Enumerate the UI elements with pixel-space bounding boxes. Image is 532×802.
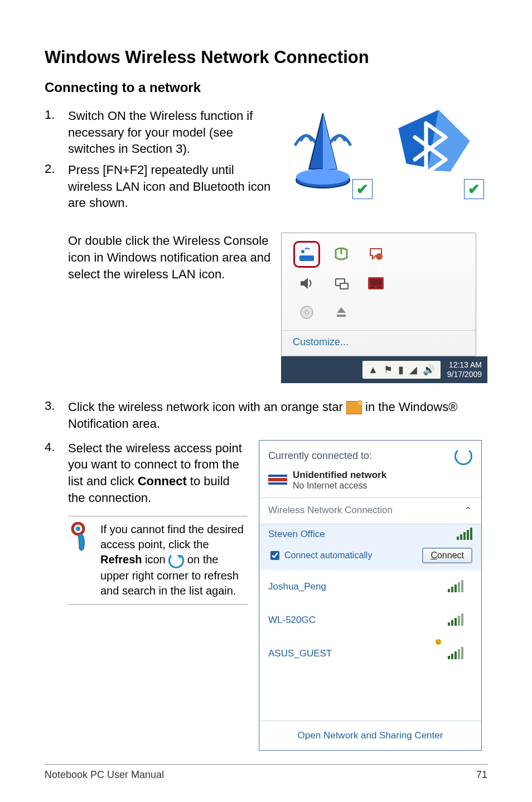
- wireless-console-icon[interactable]: [293, 241, 320, 268]
- connect-auto-checkbox[interactable]: Connect automatically: [268, 549, 372, 562]
- clock-date: 9/17/2009: [447, 370, 482, 379]
- step-4-text: Select the wireless access point you wan…: [68, 440, 248, 506]
- signal-icon: [439, 574, 472, 599]
- network-icon[interactable]: [332, 274, 351, 293]
- network-tray-icon[interactable]: ◢: [409, 364, 417, 376]
- customize-link[interactable]: Customize...: [282, 330, 476, 356]
- current-network-status: No Internet access: [293, 481, 386, 491]
- refresh-button[interactable]: [454, 447, 472, 465]
- network-item-label: ASUS_GUEST: [268, 648, 332, 659]
- volume-icon[interactable]: [297, 274, 316, 293]
- signal-icon: [439, 641, 472, 666]
- taskbar: ▲ ⚑ ▮ ◢ 🔊 12:13 AM 9/17/2009: [281, 356, 487, 383]
- step-3-text: Click the wireless network icon with an …: [68, 399, 487, 432]
- signal-icon: [457, 529, 472, 540]
- wireless-section-label: Wireless Network Connection: [268, 505, 393, 517]
- connect-button[interactable]: Connect: [422, 548, 472, 563]
- footer-title: Notebook PC User Manual: [45, 769, 164, 781]
- step-1-text: Switch ON the Wireless function if neces…: [68, 108, 275, 157]
- network-item-joshua[interactable]: Joshua_Peng: [259, 570, 481, 603]
- wireless-console-text: Or double click the Wireless Console ico…: [45, 233, 281, 383]
- svg-rect-23: [268, 478, 287, 481]
- section-subtitle: Connecting to a network: [45, 80, 487, 95]
- current-network-icon: [268, 472, 287, 488]
- flag-icon[interactable]: ⚑: [384, 364, 393, 376]
- bluetooth-image: ✔: [393, 102, 482, 197]
- step-3-number: 3.: [45, 399, 68, 413]
- tip-text: If you cannot find the desired access po…: [100, 522, 248, 598]
- touchpad-icon[interactable]: [366, 274, 385, 293]
- svg-point-22: [76, 526, 80, 531]
- action-center-icon[interactable]: [366, 245, 385, 264]
- checkmark-icon: ✔: [352, 179, 373, 199]
- page-title: Windows Wireless Network Connection: [45, 47, 487, 67]
- checkmark-icon: ✔: [464, 179, 484, 199]
- svg-point-3: [296, 169, 350, 185]
- step-2-text: Press [FN+F2] repeatedly until wireless …: [68, 162, 275, 211]
- power-icon[interactable]: [332, 245, 351, 264]
- chevron-up-icon[interactable]: ▲: [368, 364, 378, 376]
- svg-marker-19: [337, 307, 346, 313]
- clock-time: 12:13 AM: [447, 360, 482, 370]
- wireless-lan-image: ✔: [281, 102, 370, 197]
- signal-icon: [439, 608, 472, 632]
- disc-icon[interactable]: [297, 303, 316, 322]
- svg-rect-16: [376, 286, 382, 288]
- network-item-label: Steven Office: [268, 529, 325, 540]
- collapse-icon[interactable]: ⌃: [464, 505, 472, 517]
- network-flyout: Currently connected to: Unidentified net…: [259, 440, 482, 751]
- system-tray[interactable]: ▲ ⚑ ▮ ◢ 🔊: [362, 361, 441, 379]
- taskbar-clock[interactable]: 12:13 AM 9/17/2009: [447, 360, 482, 379]
- network-item-wl520gc[interactable]: WL-520GC: [259, 603, 481, 637]
- refresh-icon: [168, 553, 184, 568]
- open-network-center-link[interactable]: Open Network and Sharing Center: [259, 721, 481, 750]
- svg-point-18: [305, 311, 308, 314]
- svg-rect-15: [370, 286, 375, 288]
- svg-rect-24: [268, 475, 287, 477]
- page-number: 71: [476, 769, 487, 781]
- step-4-number: 4.: [45, 440, 68, 455]
- svg-rect-25: [268, 482, 287, 485]
- network-item-steven-office[interactable]: Steven Office: [259, 524, 481, 544]
- wireless-star-icon: [346, 401, 362, 414]
- current-network-name: Unidentified network: [293, 470, 386, 481]
- volume-tray-icon[interactable]: 🔊: [423, 364, 435, 376]
- step-2-number: 2.: [45, 162, 68, 176]
- svg-rect-14: [370, 279, 382, 286]
- currently-connected-label: Currently connected to:: [268, 450, 372, 462]
- svg-rect-6: [299, 255, 314, 261]
- battery-icon[interactable]: ▮: [398, 364, 404, 376]
- svg-point-7: [301, 250, 304, 253]
- svg-rect-20: [337, 315, 346, 317]
- eject-icon[interactable]: [332, 303, 351, 322]
- svg-marker-10: [301, 278, 308, 289]
- network-item-asus-guest[interactable]: ASUS_GUEST: [259, 637, 481, 670]
- connect-row: Connect automatically Connect: [259, 544, 481, 570]
- svg-rect-12: [340, 283, 348, 289]
- tip-icon: [68, 522, 93, 598]
- notification-area-popup: Customize...: [281, 233, 476, 356]
- network-item-label: WL-520GC: [268, 615, 316, 626]
- step-1-number: 1.: [45, 108, 68, 122]
- network-item-label: Joshua_Peng: [268, 581, 326, 592]
- svg-point-9: [376, 253, 383, 260]
